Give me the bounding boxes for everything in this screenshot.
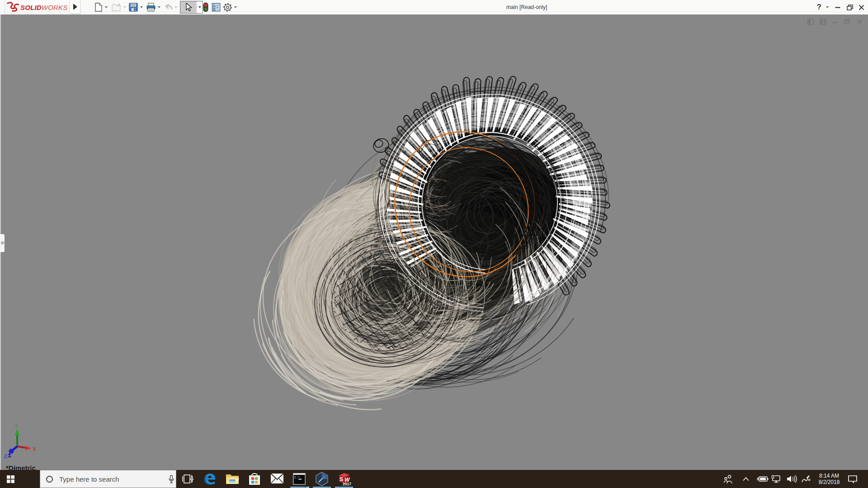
svg-text:X: X	[33, 446, 36, 452]
svg-text:Z: Z	[4, 454, 7, 459]
svg-text:Y: Y	[14, 422, 18, 429]
svg-text:2017: 2017	[343, 482, 351, 486]
svg-text:C:\_: C:\_	[294, 476, 302, 479]
